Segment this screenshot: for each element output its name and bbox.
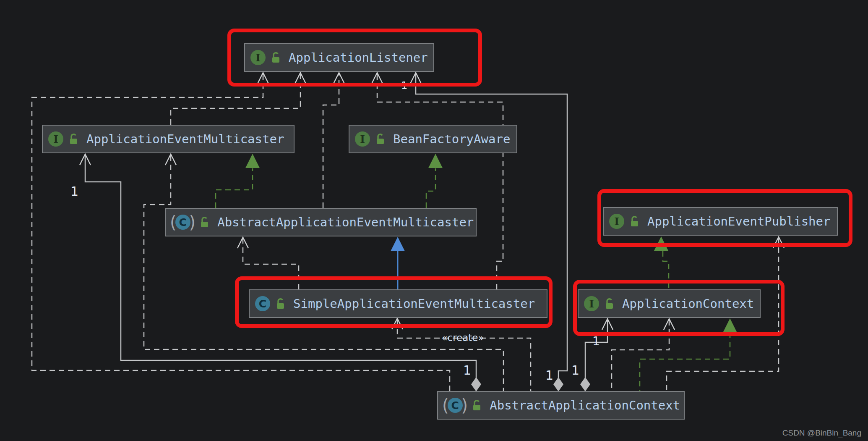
interface-icon: I (584, 296, 599, 311)
multiplicity-label: 1 (592, 334, 600, 348)
class-icon: C (255, 296, 270, 311)
abstract-class-icon: (C) (443, 398, 467, 413)
unlocked-padlock-icon (471, 399, 482, 412)
multiplicity-label: 1 (401, 80, 407, 92)
node-label: ApplicationContext (622, 297, 754, 311)
abstract-class-icon: (C) (171, 215, 194, 230)
node-label: ApplicationListener (289, 50, 428, 65)
multiplicity-label: 1 (463, 363, 471, 378)
node-label: SimpleApplicationEventMulticaster (293, 297, 535, 311)
node-label: ApplicationEventPublisher (647, 214, 831, 228)
interface-icon: I (250, 50, 266, 65)
interface-icon: I (355, 131, 370, 147)
watermark: CSDN @BinBin_Bang (782, 428, 861, 438)
node-simple-application-event-multicaster[interactable]: C SimpleApplicationEventMulticaster (249, 289, 547, 318)
node-abstract-application-context[interactable]: (C) AbstractApplicationContext (437, 391, 685, 420)
node-application-listener[interactable]: I ApplicationListener (244, 43, 434, 72)
node-abstract-application-event-multicaster[interactable]: (C) AbstractApplicationEventMulticaster (165, 208, 477, 236)
node-label: AbstractApplicationContext (490, 398, 680, 412)
unlocked-padlock-icon (604, 297, 615, 310)
node-application-event-multicaster[interactable]: I ApplicationEventMulticaster (42, 125, 295, 153)
interface-icon: I (609, 214, 624, 229)
node-label: ApplicationEventMulticaster (86, 132, 284, 146)
interface-icon: I (48, 131, 63, 147)
unlocked-padlock-icon (270, 51, 282, 64)
node-label: AbstractApplicationEventMulticaster (217, 215, 474, 229)
node-application-context[interactable]: I ApplicationContext (578, 289, 761, 318)
unlocked-padlock-icon (68, 133, 79, 145)
create-edge-label: «create» (435, 332, 490, 343)
unlocked-padlock-icon (375, 133, 386, 145)
multiplicity-label: 1 (545, 368, 553, 383)
unlocked-padlock-icon (275, 297, 286, 310)
unlocked-padlock-icon (199, 216, 210, 228)
unlocked-padlock-icon (629, 215, 640, 228)
node-bean-factory-aware[interactable]: I BeanFactoryAware (349, 125, 517, 153)
multiplicity-label: 1 (70, 184, 78, 199)
node-application-event-publisher[interactable]: I ApplicationEventPublisher (603, 207, 838, 236)
uml-diagram-canvas: 1 1 1 1 1 1 «create» I ApplicationListen… (0, 0, 868, 441)
node-label: BeanFactoryAware (393, 132, 510, 146)
multiplicity-label: 1 (571, 363, 579, 378)
